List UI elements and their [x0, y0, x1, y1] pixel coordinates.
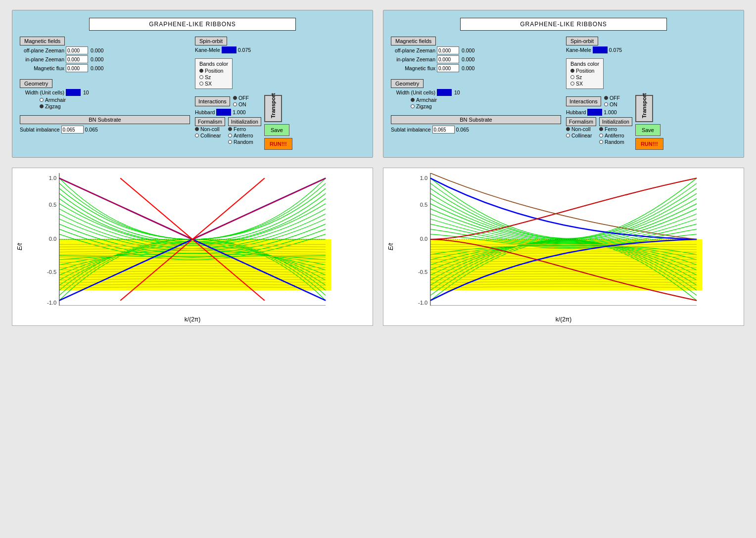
magnetic-fields-section: Magnetic fields off-plane Zeeman 0.000 i… — [20, 37, 190, 73]
r-magnetic-flux-input[interactable] — [437, 64, 459, 72]
ferro-option[interactable]: Ferro — [228, 126, 261, 132]
right-right-col: Spin-orbit Kane-Mele 0.075 Bands color — [566, 37, 736, 150]
position-option[interactable]: Position — [199, 68, 228, 74]
r-shape-radio-group: Armchair Zigzag — [411, 97, 561, 109]
r-sx-option[interactable]: SX — [570, 81, 599, 87]
r-run-button[interactable]: RUN!!! — [635, 138, 663, 150]
shape-radio-group: Armchair Zigzag — [40, 97, 190, 109]
magnetic-flux-value: 0.000 — [91, 65, 103, 71]
r-off-option[interactable]: OFF — [604, 95, 620, 101]
r-spin-orbit-section: Spin-orbit Kane-Mele 0.075 — [566, 37, 736, 54]
r-position-option[interactable]: Position — [570, 68, 599, 74]
hubbard-indicator — [216, 109, 231, 116]
r-sublat-row: Sublat imbalance 0.065 — [391, 126, 561, 134]
r-position-label: Position — [576, 68, 594, 74]
r-sx-radio — [570, 82, 574, 86]
antiferro-label: Antiferro — [234, 133, 253, 138]
r-collinear-radio — [566, 134, 570, 137]
sublat-input[interactable] — [61, 126, 84, 134]
off-radio — [233, 96, 237, 100]
off-plane-input[interactable] — [66, 46, 88, 54]
right-left-col: Magnetic fields off-plane Zeeman 0.000 i… — [391, 37, 561, 150]
sublat-row: Sublat imbalance 0.065 — [20, 126, 190, 134]
formalism-radio-group: Non-coll Collinear — [195, 126, 225, 138]
on-option[interactable]: ON — [233, 101, 249, 107]
r-width-blue-indicator — [437, 89, 452, 96]
r-interactions-options: OFF ON — [604, 95, 620, 107]
formalism-group: Formalism Non-coll Collinear — [195, 117, 225, 145]
run-button[interactable]: RUN!!! — [264, 138, 292, 150]
svg-text:0.0: 0.0 — [420, 236, 428, 242]
r-ferro-option[interactable]: Ferro — [599, 126, 632, 132]
random-label: Random — [234, 139, 253, 145]
r-bn-substrate-section: BN Substrate Sublat imbalance 0.065 — [391, 115, 561, 134]
r-transport-button[interactable]: Transport — [635, 95, 653, 122]
off-plane-zeeman-row: off-plane Zeeman 0.000 — [20, 46, 190, 54]
r-off-plane-label: off-plane Zeeman — [391, 47, 435, 53]
magnetic-flux-input[interactable] — [66, 64, 88, 72]
collinear-option[interactable]: Collinear — [195, 133, 225, 138]
r-armchair-label: Armchair — [416, 97, 437, 103]
svg-text:0.5: 0.5 — [420, 202, 428, 207]
r-zigzag-option[interactable]: Zigzag — [411, 103, 561, 109]
right-col: Spin-orbit Kane-Mele 0.075 Bands color — [195, 37, 365, 150]
width-blue-indicator — [66, 89, 81, 96]
r-on-option[interactable]: ON — [604, 101, 620, 107]
hubbard-label: Hubbard — [195, 109, 215, 115]
zigzag-option[interactable]: Zigzag — [40, 103, 190, 109]
save-button[interactable]: Save — [264, 124, 289, 136]
hubbard-row: Hubbard 1.000 — [195, 109, 261, 116]
random-option[interactable]: Random — [228, 139, 261, 145]
sx-option[interactable]: SX — [199, 81, 228, 87]
r-right-actions: Transport Save RUN!!! — [635, 95, 663, 150]
transport-button[interactable]: Transport — [264, 95, 282, 122]
geometry-section: Geometry Width (Unit cells) 10 Armchair — [20, 79, 190, 109]
r-random-radio — [599, 140, 603, 144]
kane-mele-row: Kane-Mele 0.075 — [195, 46, 365, 53]
svg-line-7 — [120, 178, 192, 239]
r-magnetic-flux-row: Magnetic flux 0.000 — [391, 64, 561, 72]
left-panel-title: GRAPHENE-LIKE RIBBONS — [89, 18, 296, 31]
armchair-option[interactable]: Armchair — [40, 97, 190, 103]
svg-text:0.5: 0.5 — [49, 202, 57, 207]
right-control-panel: GRAPHENE-LIKE RIBBONS Magnetic fields of… — [383, 10, 744, 158]
left-chart-x-label: k/(2π) — [185, 316, 200, 323]
left-chart-y-label: E/t — [16, 243, 23, 251]
r-non-coll-option[interactable]: Non-coll — [566, 126, 596, 132]
r-off-plane-input[interactable] — [437, 46, 459, 54]
r-collinear-option[interactable]: Collinear — [566, 133, 596, 138]
r-antiferro-label: Antiferro — [605, 133, 624, 138]
r-sublat-input[interactable] — [432, 126, 455, 134]
svg-text:-1.0: -1.0 — [418, 300, 427, 305]
r-hubbard-value: 1.000 — [604, 109, 616, 115]
hubbard-value: 1.000 — [233, 109, 245, 115]
r-in-plane-zeeman-row: in-plane Zeeman 0.000 — [391, 55, 561, 63]
magnetic-flux-row: Magnetic flux 0.000 — [20, 64, 190, 72]
in-plane-value: 0.000 — [91, 56, 103, 62]
r-on-label: ON — [610, 101, 617, 107]
r-armchair-radio — [411, 98, 415, 102]
r-save-button[interactable]: Save — [635, 124, 661, 136]
zigzag-radio — [40, 104, 44, 108]
off-plane-label: off-plane Zeeman — [20, 47, 64, 53]
right-chart-container: E/t — [383, 168, 744, 326]
r-in-plane-input[interactable] — [437, 55, 459, 63]
interactions-transport-row: Interactions OFF ON — [195, 95, 365, 150]
r-width-value: 10 — [454, 90, 460, 95]
sx-label: SX — [205, 81, 212, 87]
kane-mele-value: 0.075 — [238, 47, 251, 53]
antiferro-option[interactable]: Antiferro — [228, 133, 261, 138]
r-antiferro-option[interactable]: Antiferro — [599, 133, 632, 138]
r-random-option[interactable]: Random — [599, 139, 632, 145]
r-in-plane-value: 0.000 — [462, 56, 474, 62]
off-option[interactable]: OFF — [233, 95, 249, 101]
r-armchair-option[interactable]: Armchair — [411, 97, 561, 103]
in-plane-input[interactable] — [66, 55, 88, 63]
width-value: 10 — [83, 90, 89, 95]
sz-option[interactable]: Sz — [199, 74, 228, 80]
non-coll-option[interactable]: Non-coll — [195, 126, 225, 132]
sz-label: Sz — [205, 74, 211, 80]
r-sz-option[interactable]: Sz — [570, 74, 599, 80]
initialization-label: Initialization — [228, 117, 261, 126]
interactions-group: Interactions OFF ON — [195, 95, 261, 145]
